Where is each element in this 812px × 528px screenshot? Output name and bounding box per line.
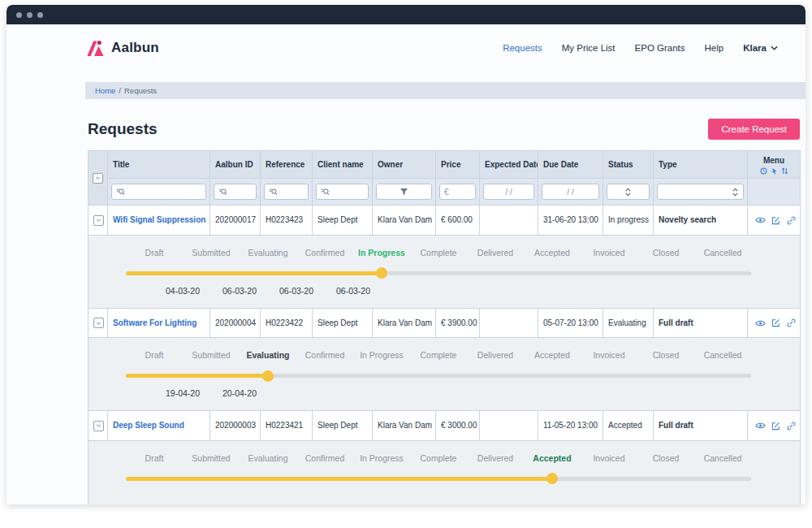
timeline-date: 04-03-20 (166, 286, 200, 296)
column-header-status[interactable]: Status (603, 151, 654, 179)
column-header-price[interactable]: Price (436, 151, 480, 179)
window-titlebar (6, 5, 806, 24)
timeline-stage-label: Accepted (524, 350, 581, 360)
view-icon[interactable] (755, 216, 766, 224)
status-text: Evaluating (603, 308, 654, 338)
view-icon[interactable] (755, 422, 766, 430)
timeline-stage-label: Cancelled (694, 350, 751, 360)
collapse-row-icon[interactable] (93, 421, 104, 431)
timeline-progress-bar[interactable] (126, 477, 751, 481)
type-filter-select[interactable] (657, 184, 744, 200)
view-icon[interactable] (755, 319, 766, 327)
price-placeholder: € (444, 188, 449, 197)
nav-my-price-list[interactable]: My Price List (562, 43, 615, 53)
timeline-stage-label: In Progress (353, 350, 410, 360)
nav-epo-grants[interactable]: EPO Grants (635, 43, 685, 53)
timeline-date: 06-03-20 (222, 286, 257, 296)
brand-logo[interactable]: Aalbun (85, 39, 159, 58)
column-header-type[interactable]: Type (654, 151, 748, 179)
link-icon[interactable] (787, 216, 796, 225)
table-header-row: Title Aalbun ID Reference Client name Ow… (89, 151, 801, 179)
timeline-progress-bar[interactable] (126, 271, 751, 275)
request-title-link[interactable]: Deep Sleep Sound (113, 421, 184, 430)
timeline-stage-label: Closed (637, 350, 694, 360)
window-maximize-button[interactable] (37, 12, 43, 18)
column-header-client-name[interactable]: Client name (313, 151, 373, 179)
window-close-button[interactable] (16, 12, 22, 18)
client-name-filter-input[interactable] (316, 184, 369, 200)
expected-date-filter-input[interactable]: / / (483, 184, 534, 200)
sort-icon[interactable] (781, 167, 788, 175)
edit-icon[interactable] (771, 216, 780, 225)
timeline-stage-label: Submitted (183, 453, 240, 463)
timeline-stage-label: Evaluating (240, 248, 296, 258)
search-icon (218, 188, 227, 197)
select-arrows-icon (732, 188, 739, 197)
breadcrumb-current: Requests (124, 86, 157, 95)
column-header-owner[interactable]: Owner (373, 151, 436, 179)
filter-row: € / / / / (89, 179, 801, 206)
table-row: Wifi Signal Suppression 202000017 H02234… (89, 206, 801, 236)
cell-client-name: Sleep Dept (313, 411, 373, 441)
timeline-date: 19-04-20 (166, 388, 200, 398)
search-icon (321, 188, 330, 197)
cell-reference: H0223421 (261, 411, 313, 441)
price-filter-input[interactable]: € (439, 184, 476, 200)
timeline-progress-handle[interactable] (546, 473, 558, 484)
nav-help[interactable]: Help (705, 43, 724, 53)
column-header-menu: Menu (748, 151, 801, 179)
cell-expected-date (480, 206, 538, 236)
create-request-button[interactable]: Create Request (708, 119, 800, 140)
aalbun-logo-icon (85, 39, 106, 58)
table-row: Deep Sleep Sound 202000003 H0223421 Slee… (89, 411, 801, 441)
timeline-progress-handle[interactable] (262, 370, 274, 382)
due-date-filter-input[interactable]: / / (542, 184, 599, 200)
cell-type: Full draft (654, 308, 748, 338)
cell-price: € 3000.00 (436, 411, 480, 441)
timeline-stage-label: Invoiced (581, 453, 637, 463)
timeline-stage-label: Confirmed (296, 350, 353, 360)
link-icon[interactable] (787, 318, 796, 327)
column-header-title[interactable]: Title (108, 151, 210, 179)
nav-requests[interactable]: Requests (503, 43, 542, 53)
status-filter-select[interactable] (607, 184, 650, 200)
column-header-aalbun-id[interactable]: Aalbun ID (210, 151, 261, 179)
request-title-link[interactable]: Wifi Signal Suppression (113, 215, 205, 224)
owner-filter-button[interactable] (376, 184, 432, 200)
request-title-link[interactable]: Software For Lighting (113, 318, 197, 327)
history-icon[interactable] (760, 167, 767, 175)
timeline-stage-label: Confirmed (296, 453, 353, 463)
cell-type: Full draft (654, 411, 748, 441)
timeline-row: DraftSubmittedEvaluatingConfirmedIn Prog… (89, 338, 801, 411)
timeline-progress-bar[interactable] (126, 374, 751, 378)
column-header-reference[interactable]: Reference (261, 151, 313, 179)
breadcrumb-home-link[interactable]: Home (95, 86, 115, 95)
timeline-stage-label: In Progress (353, 453, 410, 463)
browser-window: Aalbun Requests My Price List EPO Grants… (6, 5, 806, 504)
timeline-stage-label: Complete (410, 453, 467, 463)
link-icon[interactable] (787, 422, 796, 431)
pointer-icon[interactable] (771, 167, 778, 175)
user-menu[interactable]: Klara (743, 43, 778, 53)
cell-due-date: 05-07-20 13:00 (538, 308, 603, 338)
collapse-row-icon[interactable] (93, 318, 104, 328)
timeline-stage-label: Confirmed (296, 248, 353, 258)
reference-filter-input[interactable] (264, 184, 309, 200)
title-filter-input[interactable] (111, 184, 206, 200)
timeline-stage-label: Complete (410, 350, 467, 360)
page-title: Requests (88, 120, 158, 138)
status-text: Accepted (603, 411, 654, 441)
edit-icon[interactable] (771, 422, 780, 431)
aalbun-id-filter-input[interactable] (214, 184, 257, 200)
timeline-progress-handle[interactable] (376, 267, 387, 279)
date-placeholder: / / (505, 188, 512, 197)
user-name: Klara (743, 43, 767, 53)
brand-name: Aalbun (111, 40, 159, 56)
collapse-all-icon[interactable] (93, 173, 103, 184)
window-minimize-button[interactable] (27, 12, 32, 18)
column-header-expected-date[interactable]: Expected Date (480, 151, 538, 179)
cell-price: € 600.00 (436, 206, 480, 236)
column-header-due-date[interactable]: Due Date (538, 151, 603, 179)
collapse-row-icon[interactable] (93, 215, 104, 226)
edit-icon[interactable] (771, 318, 780, 327)
